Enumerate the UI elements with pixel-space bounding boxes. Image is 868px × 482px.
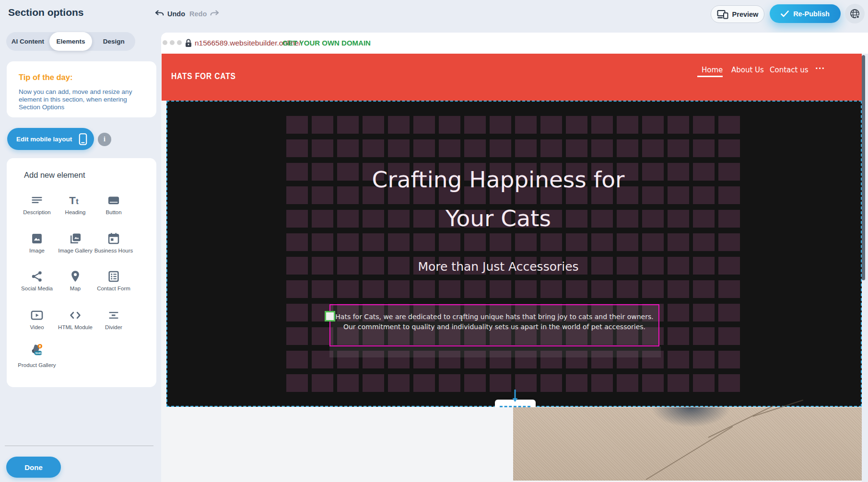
add-element-social-media[interactable]: Social Media [17,270,57,292]
paving-joint-line-1 [645,426,733,480]
add-element-image[interactable]: Image [17,232,57,254]
site-logo[interactable]: HATS FOR CATS [171,71,236,81]
sidebar-divider [5,446,153,446]
image-gallery-icon [69,232,82,245]
republish-button[interactable]: Re-Publish [770,4,841,23]
nav-contact-us[interactable]: Contact us [770,66,808,74]
done-label: Done [24,463,43,471]
add-element-map[interactable]: Map [55,270,95,292]
text-cursor: I [460,314,463,323]
mobile-phone-icon [79,133,87,146]
page-title: Section options [8,7,84,18]
check-icon [781,11,789,17]
contact-form-icon [107,270,120,283]
tab-ai-content[interactable]: AI Content [6,32,49,51]
map-pin-icon [69,270,82,283]
html-module-icon [69,309,82,322]
undo-label: Undo [167,10,185,18]
info-icon[interactable]: i [98,133,111,146]
svg-text:SHOP: SHOP [35,351,44,355]
edit-mobile-layout-button[interactable]: Edit mobile layout [7,128,94,150]
divider-icon [107,309,120,322]
arrow-down-icon [512,389,518,402]
svg-text:T: T [69,195,76,207]
tip-title: Tip of the day: [19,73,72,82]
button-icon [107,194,120,207]
preview-label: Preview [732,11,759,18]
add-element-contact-form[interactable]: Contact Form [94,270,134,292]
hero-section-selected[interactable]: Crafting Happiness for Your Cats More th… [166,101,862,407]
redo-icon [210,10,219,18]
video-icon [30,309,44,322]
browser-dot-1 [163,40,167,45]
nav-about-us[interactable]: About Us [731,66,764,74]
add-element-title: Add new element [24,171,85,180]
nav-home[interactable]: Home [702,66,723,74]
website-builder-app: Section options Undo Redo Preview Re-Pub… [0,0,868,482]
business-hours-icon [107,232,120,245]
svg-text:t: t [76,197,79,206]
redo-button[interactable]: Redo [189,10,219,18]
nav-more-icon[interactable]: ... [815,62,825,71]
hero-heading[interactable]: Crafting Happiness for Your Cats [230,160,767,238]
browser-dot-2 [170,40,175,45]
devices-icon [717,10,728,19]
edit-mobile-layout-label: Edit mobile layout [16,136,72,143]
next-section[interactable] [162,407,862,482]
tab-elements[interactable]: Elements [49,32,93,51]
drag-handle-green[interactable] [325,311,335,321]
product-gallery-icon: SHOP [29,344,45,360]
tip-body: Now you can add, move and resize any ele… [19,88,139,111]
add-element-html-module[interactable]: HTML Module [55,309,95,331]
add-element-heading[interactable]: Tt Heading [55,194,95,216]
hero-subheading[interactable]: More than Just Accessories [230,260,767,274]
preview-button[interactable]: Preview [711,5,764,23]
paving-joint-line-2 [708,405,774,438]
social-media-icon [30,270,44,283]
globe-icon [849,8,860,19]
image-icon [30,232,44,245]
heading-icon: Tt [69,194,82,207]
add-element-product-gallery[interactable]: SHOP Product Gallery [17,344,57,368]
hero-body-line1: Hats for Cats, we are dedicated to craft… [330,313,658,321]
paving-photo [513,407,862,481]
tab-design[interactable]: Design [92,32,135,51]
row-highlight-band [329,346,661,357]
browser-dot-3 [177,40,182,45]
undo-button[interactable]: Undo [155,10,185,18]
preview-scrollbar[interactable] [862,55,865,280]
add-element-image-gallery[interactable]: Image Gallery [55,232,95,254]
republish-label: Re-Publish [793,10,830,18]
add-element-button[interactable]: Button [94,194,134,216]
done-button[interactable]: Done [6,457,61,478]
language-globe-button[interactable] [845,4,865,23]
panel-tab-bar: AI Content Elements Design [6,32,135,51]
hero-body-line2: Our commitment to quality and individual… [330,323,658,331]
get-your-own-domain-link[interactable]: GET YOUR OWN DOMAIN [282,39,371,47]
undo-icon [155,10,164,18]
selected-text-element[interactable]: Hats for Cats, we are dedicated to craft… [329,304,659,346]
add-element-video[interactable]: Video [17,309,57,331]
lock-icon [185,39,192,47]
site-header: HATS FOR CATS Home About Us Contact us .… [162,54,862,101]
description-icon [30,194,44,207]
nav-home-underline [697,76,723,77]
add-element-business-hours[interactable]: Business Hours [94,232,134,254]
add-element-divider[interactable]: Divider [94,309,134,331]
add-element-description[interactable]: Description [17,194,57,216]
redo-label: Redo [189,10,207,18]
